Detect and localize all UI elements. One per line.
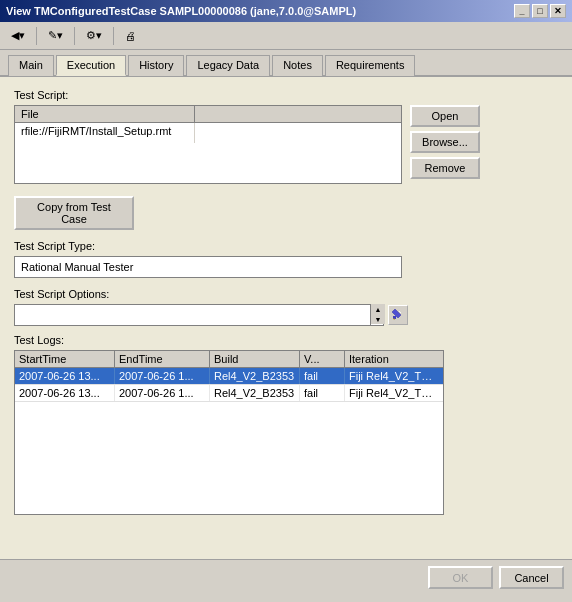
script-col-file: File [15,106,195,122]
maximize-button[interactable]: □ [532,4,548,18]
arrow-icon: ◀▾ [11,29,25,42]
tab-legacy-data[interactable]: Legacy Data [186,55,270,76]
logs-cell-iteration: Fiji Rel4_V2_TSVT1 [345,385,443,401]
test-logs-section: Test Logs: StartTime EndTime Build V... … [14,334,558,515]
logs-table-header: StartTime EndTime Build V... Iteration [15,351,443,368]
logs-cell-start: 2007-06-26 13... [15,368,115,384]
logs-col-end: EndTime [115,351,210,367]
print-button[interactable]: 🖨 [120,27,141,45]
scroll-arrows: ▲ ▼ [370,304,384,326]
bottom-bar: OK Cancel [0,559,572,595]
title-bar: View TMConfiguredTestCase SAMPL00000086 … [0,0,572,22]
script-table-header: File [15,106,401,123]
svg-line-2 [399,311,401,313]
logs-cell-build: Rel4_V2_B2353 [210,385,300,401]
logs-table[interactable]: StartTime EndTime Build V... Iteration 2… [14,350,444,515]
logs-cell-end: 2007-06-26 1... [115,385,210,401]
close-button[interactable]: ✕ [550,4,566,18]
test-logs-label: Test Logs: [14,334,558,346]
script-options-section: Test Script Options: ▲ ▼ [14,288,558,326]
pencil-icon [391,308,405,322]
toolbar-separator-3 [113,27,114,45]
logs-col-start: StartTime [15,351,115,367]
cancel-button[interactable]: Cancel [499,566,564,589]
window-title: View TMConfiguredTestCase SAMPL00000086 … [6,5,356,17]
edit-options-button[interactable] [388,305,408,325]
test-script-section: File rfile://FijiRMT/Install_Setup.rmt C… [14,105,558,230]
script-type-input[interactable] [14,256,402,278]
gear-button[interactable]: ⚙▾ [81,26,107,45]
execution-tab-content: Test Script: File rfile://FijiRMT/Instal… [0,77,572,559]
script-table: File rfile://FijiRMT/Install_Setup.rmt [14,105,402,184]
script-options-row: ▲ ▼ [14,304,558,326]
toolbar-separator-1 [36,27,37,45]
logs-cell-iteration: Fiji Rel4_V2_TSVT1 [345,368,443,384]
script-options-label: Test Script Options: [14,288,558,300]
logs-cell-build: Rel4_V2_B2353 [210,368,300,384]
script-table-empty [15,143,401,183]
logs-col-verdict: V... [300,351,345,367]
toolbar: ◀▾ ✎▾ ⚙▾ 🖨 [0,22,572,50]
tabs-container: Main Execution History Legacy Data Notes… [0,50,572,77]
script-col-empty [195,106,401,122]
gear-icon: ⚙▾ [86,29,102,42]
ok-button[interactable]: OK [428,566,493,589]
logs-cell-verdict: fail [300,368,345,384]
script-options-input[interactable] [14,304,384,326]
tab-execution[interactable]: Execution [56,55,126,76]
table-row[interactable]: 2007-06-26 13... 2007-06-26 1... Rel4_V2… [15,368,443,385]
script-file-cell: rfile://FijiRMT/Install_Setup.rmt [15,123,195,143]
script-table-row[interactable]: rfile://FijiRMT/Install_Setup.rmt [15,123,401,143]
print-icon: 🖨 [125,30,136,42]
script-value-cell [195,123,401,143]
edit-icon: ✎▾ [48,29,63,42]
logs-cell-end: 2007-06-26 1... [115,368,210,384]
title-bar-buttons: _ □ ✕ [514,4,566,18]
table-row[interactable]: 2007-06-26 13... 2007-06-26 1... Rel4_V2… [15,385,443,402]
scroll-up-button[interactable]: ▲ [371,304,385,314]
tab-requirements[interactable]: Requirements [325,55,415,76]
browse-button[interactable]: Browse... [410,131,480,153]
logs-col-iteration: Iteration [345,351,443,367]
logs-cell-verdict: fail [300,385,345,401]
logs-col-build: Build [210,351,300,367]
script-options-field-wrapper: ▲ ▼ [14,304,384,326]
script-type-label: Test Script Type: [14,240,558,252]
minimize-button[interactable]: _ [514,4,530,18]
copy-from-test-case-button[interactable]: Copy from Test Case [14,196,134,230]
edit-button[interactable]: ✎▾ [43,26,68,45]
logs-cell-start: 2007-06-26 13... [15,385,115,401]
script-type-section: Test Script Type: [14,240,558,278]
script-action-buttons: Open Browse... Remove [410,105,480,179]
tab-history[interactable]: History [128,55,184,76]
tab-notes[interactable]: Notes [272,55,323,76]
tab-main[interactable]: Main [8,55,54,76]
remove-button[interactable]: Remove [410,157,480,179]
open-button[interactable]: Open [410,105,480,127]
test-script-label: Test Script: [14,89,558,101]
back-arrow-button[interactable]: ◀▾ [6,26,30,45]
toolbar-separator-2 [74,27,75,45]
scroll-down-button[interactable]: ▼ [371,314,385,324]
